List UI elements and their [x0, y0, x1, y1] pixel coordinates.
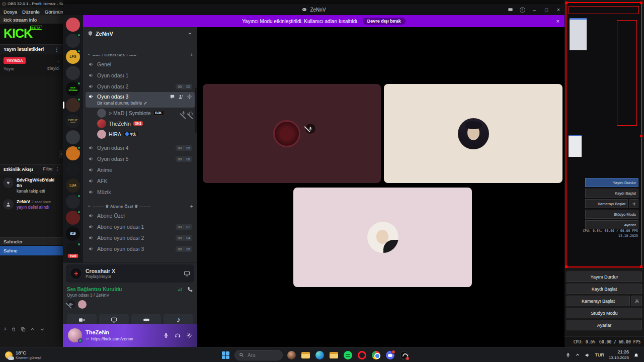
- taskbar-app-folder[interactable]: [329, 350, 339, 360]
- channel-status-prompt[interactable]: Bir kanal durumu belirle: [88, 101, 192, 106]
- mic-button[interactable]: [163, 332, 169, 338]
- notification-bell-icon[interactable]: [633, 352, 639, 358]
- activity-card-crosshair-x[interactable]: + Crosshair X Paylaşılmıyor: [66, 264, 194, 283]
- dock-collapse-handle[interactable]: ‹: [59, 150, 63, 158]
- disable-streamer-mode-button[interactable]: Devre dışı bırak: [363, 18, 406, 25]
- server-icon-4[interactable]: [66, 66, 80, 80]
- server-icon-12[interactable]: [66, 195, 80, 209]
- voice-channel-abone3[interactable]: Abone oyun odası 3 0005: [86, 243, 195, 254]
- virtual-camera-settings-icon[interactable]: [631, 296, 642, 306]
- voice-channel-oyun4[interactable]: Oyun odası 4 0005: [86, 142, 195, 153]
- search-input: [247, 352, 276, 358]
- voice-member-mad[interactable]: > MaD | Symbiote BJK: [83, 108, 197, 118]
- share-activity-icon[interactable]: [184, 270, 190, 277]
- weather-widget[interactable]: 18°C Kısmen güneşli: [0, 347, 46, 362]
- voice-channel-oyun2[interactable]: Oyun odası 2 0002: [86, 81, 195, 92]
- filter-button[interactable]: Filtre: [43, 167, 53, 172]
- server-icon-fury[interactable]: FURY OF GOD: [66, 114, 80, 128]
- open-chat-icon[interactable]: [170, 94, 175, 100]
- taskbar-app-spotify[interactable]: [343, 350, 353, 360]
- server-icon-zennv-selected[interactable]: [66, 98, 80, 112]
- channel-settings-icon[interactable]: [187, 94, 192, 100]
- stop-stream-button[interactable]: Yayını Durdur: [567, 272, 642, 282]
- server-icon-kick-stream[interactable]: KICK STREAM: [66, 82, 80, 96]
- user-settings-button[interactable]: [186, 332, 192, 338]
- participant-tile-3[interactable]: [293, 188, 472, 287]
- disconnect-call-icon[interactable]: [187, 286, 193, 292]
- obs-titlebar[interactable]: OBS 32.0.1 - Profil: İsimsiz - Sahneler:…: [0, 0, 63, 8]
- server-icon-8[interactable]: [66, 130, 80, 144]
- category-abone-ozel[interactable]: -------- ♛ Abone Özel ♛ -------- +: [83, 202, 197, 210]
- start-virtual-camera-button[interactable]: Kamerayı Başlat: [567, 296, 630, 306]
- server-icon-lua[interactable]: LUA: [66, 178, 80, 193]
- voice-channel-genel[interactable]: Genel: [86, 59, 195, 70]
- discord-home-icon[interactable]: [66, 18, 80, 32]
- voice-channel-muzik[interactable]: Müzik: [86, 187, 195, 198]
- kebab-menu-icon[interactable]: ⋮: [55, 167, 60, 172]
- category-genel-ses[interactable]: ----- ♪ Genel Ses ♪ ----- +: [83, 50, 197, 59]
- taskbar-app-chrome[interactable]: [371, 350, 381, 360]
- settings-button[interactable]: Ayarlar: [567, 320, 642, 330]
- voice-channel-abone1[interactable]: Abone oyun odası 1 0002: [86, 221, 195, 232]
- scene-filters-button[interactable]: [21, 327, 26, 332]
- participant-tile-2[interactable]: [384, 84, 562, 183]
- scene-item-selected[interactable]: Sahne: [0, 246, 63, 255]
- channel-list: ----- ♪ Genel Ses ♪ ----- + Genel Oyun o…: [83, 40, 197, 254]
- obs-preview-canvas[interactable]: Yayını Durdur Kaydı Başlat Kamerayı Başl…: [566, 2, 642, 267]
- menu-file[interactable]: Dosya: [4, 9, 17, 15]
- voice-channel-abone-ozel[interactable]: Abone Özel: [86, 210, 195, 221]
- server-icon-15[interactable]: YENİ: [66, 243, 80, 257]
- menu-view[interactable]: Görünüm: [45, 9, 63, 15]
- taskbar-search[interactable]: [234, 350, 283, 360]
- taskbar-app-opera[interactable]: [357, 350, 367, 360]
- server-icon-10[interactable]: [66, 162, 80, 176]
- studio-mode-button[interactable]: Stüdyo Modu: [567, 308, 642, 318]
- voice-channel-oyun5[interactable]: Oyun odası 5 0006: [86, 153, 195, 164]
- create-channel-icon[interactable]: +: [190, 203, 193, 209]
- taskbar-app-profile[interactable]: [286, 350, 297, 360]
- taskbar-app-discord[interactable]: [385, 350, 395, 360]
- start-recording-button[interactable]: Kaydı Başlat: [567, 284, 642, 294]
- create-channel-icon[interactable]: +: [190, 52, 193, 58]
- scrollbar[interactable]: [195, 87, 197, 133]
- server-header[interactable]: ZeNnV: [83, 27, 197, 40]
- taskbar-app-file-explorer[interactable]: [300, 350, 311, 360]
- deafen-button[interactable]: [175, 332, 181, 338]
- voice-member-thezenn[interactable]: TheZeNn ON1: [83, 118, 197, 129]
- voice-channel-anime[interactable]: Anime: [86, 164, 195, 175]
- voice-connected-label[interactable]: Ses Bağlantısı Kuruldu: [67, 287, 122, 292]
- banner-close-icon[interactable]: ×: [556, 18, 559, 24]
- server-icon-619[interactable]: 619: [66, 227, 80, 241]
- voice-channel-oyun3-selected[interactable]: Oyun odası 3 Bir kanal durumu belirle: [86, 92, 195, 108]
- tray-volume-icon[interactable]: [585, 352, 590, 358]
- invite-user-icon[interactable]: [178, 94, 184, 100]
- profile-link[interactable]: https://kick.com/zennv: [86, 336, 133, 341]
- add-scene-button[interactable]: +: [4, 326, 7, 332]
- move-up-button[interactable]: [30, 327, 35, 332]
- clock[interactable]: 21:26 13.10.2025: [609, 349, 629, 360]
- taskbar-app-edge[interactable]: [314, 350, 325, 360]
- input-language[interactable]: TUR: [595, 352, 604, 357]
- server-icon-9[interactable]: [66, 146, 80, 160]
- preview-mini-window: [570, 18, 587, 50]
- move-down-button[interactable]: [40, 327, 45, 332]
- server-icon-2[interactable]: [66, 34, 80, 48]
- start-button[interactable]: [220, 350, 231, 360]
- taskbar-app-obs[interactable]: [399, 350, 410, 360]
- participant-tile-1[interactable]: [203, 84, 381, 183]
- remove-scene-button[interactable]: [11, 327, 16, 332]
- voice-channel-oyun1[interactable]: Oyun odası 1: [86, 70, 195, 81]
- voice-activity-dot: [77, 33, 81, 37]
- menu-edit[interactable]: Düzenle: [22, 9, 40, 15]
- kebab-menu-icon[interactable]: ⋮: [54, 47, 59, 53]
- tray-overflow-chevron-icon[interactable]: [575, 352, 580, 357]
- user-panel[interactable]: TheZeNn https://kick.com/zennv: [63, 324, 197, 347]
- voice-channel-abone2[interactable]: Abone oyun odası 2 0004: [86, 232, 195, 243]
- user-avatar[interactable]: [68, 328, 82, 342]
- server-icon-lfg[interactable]: LFG: [66, 50, 80, 64]
- server-icon-13[interactable]: [66, 211, 80, 225]
- voice-member-hira[interactable]: HIRA 平安: [83, 129, 197, 139]
- tray-mic-icon[interactable]: [566, 352, 571, 357]
- discord-titlebar[interactable]: ZeNnV ? – □ ×: [63, 4, 565, 15]
- voice-channel-afk[interactable]: AFK: [86, 175, 195, 187]
